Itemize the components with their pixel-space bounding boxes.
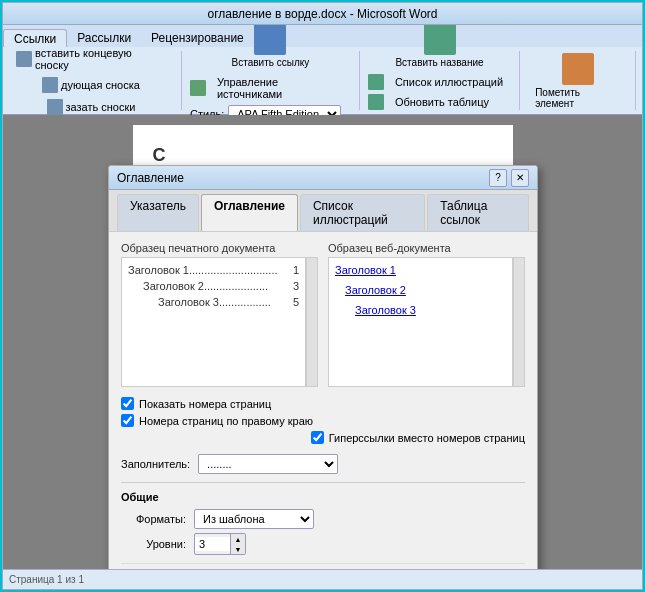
captions-group: Вставить название Список иллюстраций Обн…: [368, 51, 520, 110]
doc-heading-1: С: [153, 145, 493, 166]
web-preview-box: Заголовок 1 Заголовок 2 Заголовок 3: [328, 257, 513, 387]
web-toc-link-3[interactable]: Заголовок 3: [335, 304, 506, 316]
show-page-numbers-checkbox[interactable]: [121, 397, 134, 410]
word-window: оглавление в ворде.docx - Microsoft Word…: [2, 2, 643, 590]
general-title: Общие: [121, 491, 525, 503]
print-preview-label: Образец печатного документа: [121, 242, 318, 254]
web-toc-link-1[interactable]: Заголовок 1: [335, 264, 506, 276]
endnote-icon: [16, 51, 32, 67]
dialog-help-btn[interactable]: ?: [489, 169, 507, 187]
manage-sources-btn[interactable]: Управление источниками: [210, 73, 351, 103]
dialog-title: Оглавление: [117, 171, 184, 185]
footnote-group: вставить концевую сноску дующая сноска з…: [9, 51, 182, 110]
web-toc-link-2[interactable]: Заголовок 2: [335, 284, 506, 296]
index-group: Пометить элемент: [528, 51, 636, 110]
levels-down-btn[interactable]: ▼: [231, 544, 245, 554]
dialog-tabs: Указатель Оглавление Список иллюстраций …: [109, 190, 537, 232]
tab-index[interactable]: Указатель: [117, 194, 199, 231]
print-preview-box: Заголовок 1.............................…: [121, 257, 306, 387]
toc-print-entry-1: Заголовок 1.............................…: [128, 264, 299, 276]
dialog-close-btn[interactable]: ✕: [511, 169, 529, 187]
print-preview-scrollbar[interactable]: [306, 257, 318, 387]
right-align-row: Номера страниц по правому краю: [121, 414, 525, 427]
preview-section: Образец печатного документа Заголовок 1.…: [121, 242, 525, 387]
levels-input[interactable]: 3: [195, 537, 230, 551]
show-page-numbers-row: Показать номера страниц: [121, 397, 525, 410]
show-footnotes-icon: [47, 99, 63, 115]
status-text: Страница 1 из 1: [9, 574, 84, 585]
toc-print-entry-2: Заголовок 2..................... 3: [128, 280, 299, 292]
toc-print-entry-3: Заголовок 3................. 5: [128, 296, 299, 308]
right-align-label: Номера страниц по правому краю: [139, 415, 313, 427]
levels-up-btn[interactable]: ▲: [231, 534, 245, 544]
fill-select[interactable]: ........: [198, 454, 338, 474]
update-table-btn[interactable]: Обновить таблицу: [388, 93, 496, 111]
status-bar: Страница 1 из 1: [3, 569, 642, 589]
tab-figures[interactable]: Список иллюстраций: [300, 194, 425, 231]
web-preview-label: Образец веб-документа: [328, 242, 525, 254]
insert-caption-btn[interactable]: Вставить название: [388, 18, 490, 73]
next-footnote-icon: [42, 77, 58, 93]
show-page-numbers-label: Показать номера страниц: [139, 398, 271, 410]
hyperlinks-checkbox[interactable]: [311, 431, 324, 444]
update-table-row: Обновить таблицу: [368, 93, 511, 111]
mark-icon: [562, 53, 594, 85]
title-bar: оглавление в ворде.docx - Microsoft Word: [3, 3, 642, 25]
dialog-controls: ? ✕: [489, 169, 529, 187]
print-preview-container: Образец печатного документа Заголовок 1.…: [121, 242, 318, 387]
document-area: С (p Ф Ес автоматическое) и настроить Ог…: [3, 115, 642, 569]
insert-endnote-btn[interactable]: вставить концевую сноску: [9, 44, 173, 74]
dialog-footer: Параметры... Изменить... ОК Отмена: [121, 563, 525, 569]
mark-item-btn[interactable]: Пометить элемент: [528, 48, 627, 114]
fill-row: Заполнитель: ........: [121, 454, 525, 474]
ribbon-content: вставить концевую сноску дующая сноска з…: [3, 47, 642, 115]
levels-label: Уровни:: [121, 538, 186, 550]
dialog-titlebar: Оглавление ? ✕: [109, 166, 537, 190]
hyperlinks-label: Гиперссылки вместо номеров страниц: [329, 432, 525, 444]
manage-sources-row: Управление источниками: [190, 73, 351, 103]
levels-spinner-btns: ▲ ▼: [230, 534, 245, 554]
next-footnote-btn[interactable]: дующая сноска: [35, 74, 147, 96]
formats-row: Форматы: Из шаблона: [121, 509, 525, 529]
caption-icon: [424, 23, 456, 55]
formats-label: Форматы:: [121, 513, 186, 525]
hyperlinks-row: Гиперссылки вместо номеров страниц: [311, 431, 525, 444]
right-align-checkbox[interactable]: [121, 414, 134, 427]
window-title: оглавление в ворде.docx - Microsoft Word: [207, 7, 437, 21]
levels-spinner: 3 ▲ ▼: [194, 533, 246, 555]
dialog-toc: Оглавление ? ✕ Указатель Оглавление Спис…: [108, 165, 538, 569]
tab-toc[interactable]: Оглавление: [201, 194, 298, 231]
tab-citations[interactable]: Таблица ссылок: [427, 194, 529, 231]
update-icon: [368, 94, 384, 110]
citation-icon: [254, 23, 286, 55]
web-preview-scrollbar[interactable]: [513, 257, 525, 387]
general-section: Общие Форматы: Из шаблона Уровни: 3 ▲: [121, 482, 525, 555]
illustrations-icon: [368, 74, 384, 90]
fill-label: Заполнитель:: [121, 458, 190, 470]
citations-group: Вставить ссылку Управление источниками С…: [190, 51, 360, 110]
web-preview-container: Образец веб-документа Заголовок 1 Заголо…: [328, 242, 525, 387]
formats-select[interactable]: Из шаблона: [194, 509, 314, 529]
insert-citation-btn[interactable]: Вставить ссылку: [225, 18, 317, 73]
levels-row: Уровни: 3 ▲ ▼: [121, 533, 525, 555]
manage-icon: [190, 80, 206, 96]
dialog-body: Образец печатного документа Заголовок 1.…: [109, 232, 537, 569]
illustrations-row: Список иллюстраций: [368, 73, 511, 91]
illustrations-btn[interactable]: Список иллюстраций: [388, 73, 510, 91]
